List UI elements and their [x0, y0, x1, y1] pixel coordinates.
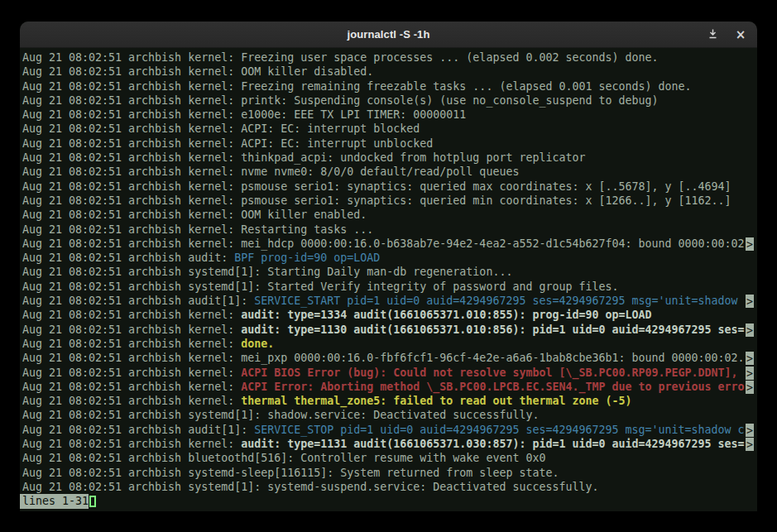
truncation-marker: >: [746, 367, 754, 380]
terminal-cursor: [89, 496, 96, 507]
log-line: Aug 21 08:02:51 archbish kernel: mei_hdc…: [22, 237, 754, 251]
log-line: Aug 21 08:02:51 archbish systemd[1]: sys…: [22, 480, 754, 494]
pager-status: lines 1-31: [20, 494, 89, 508]
log-line: Aug 21 08:02:51 archbish kernel: audit: …: [22, 437, 754, 451]
log-line: Aug 21 08:02:51 archbish kernel: OOM kil…: [22, 65, 754, 79]
log-line: Aug 21 08:02:51 archbish kernel: nvme nv…: [22, 165, 754, 179]
terminal-window: journalctl -S -1h × Aug 21 08:02:51 arch…: [20, 22, 757, 511]
log-line: Aug 21 08:02:51 archbish kernel: OOM kil…: [22, 208, 754, 222]
log-line: Aug 21 08:02:51 archbish kernel: ACPI: E…: [22, 137, 754, 151]
log-line: Aug 21 08:02:51 archbish bluetoothd[516]…: [22, 451, 754, 465]
log-line: Aug 21 08:02:51 archbish kernel: printk:…: [22, 93, 754, 108]
truncation-marker: >: [746, 295, 754, 308]
log-line: Aug 21 08:02:51 archbish systemd[1]: Sta…: [22, 280, 754, 294]
log-line: Aug 21 08:02:51 archbish systemd-sleep[1…: [22, 466, 754, 480]
log-line: Aug 21 08:02:51 archbish kernel: e1000e:…: [22, 108, 754, 122]
log-line: Aug 21 08:02:51 archbish audit[1]: SERVI…: [22, 423, 754, 437]
titlebar[interactable]: journalctl -S -1h ×: [20, 22, 757, 48]
log-line: Aug 21 08:02:51 archbish kernel: ACPI BI…: [22, 366, 754, 380]
log-line: Aug 21 08:02:51 archbish kernel: psmouse…: [22, 194, 754, 208]
log-line: Aug 21 08:02:51 archbish kernel: mei_pxp…: [22, 351, 754, 365]
log-line: Aug 21 08:02:51 archbish kernel: ACPI Er…: [22, 380, 754, 394]
terminal-screen[interactable]: Aug 21 08:02:51 archbish kernel: Freezin…: [20, 48, 757, 511]
pager-status-line: lines 1-31: [22, 494, 754, 508]
log-line: Aug 21 08:02:51 archbish kernel: Freezin…: [22, 50, 754, 65]
log-line: Aug 21 08:02:51 archbish kernel: Restart…: [22, 223, 754, 237]
log-line: Aug 21 08:02:51 archbish kernel: audit: …: [22, 323, 754, 337]
log-line: Aug 21 08:02:51 archbish systemd[1]: sha…: [22, 408, 754, 422]
close-button[interactable]: ×: [731, 25, 751, 45]
log-line: Aug 21 08:02:51 archbish kernel: audit: …: [22, 308, 754, 322]
close-icon: ×: [736, 29, 746, 41]
log-line: Aug 21 08:02:51 archbish systemd[1]: Sta…: [22, 265, 754, 279]
log-line: Aug 21 08:02:51 archbish audit: BPF prog…: [22, 251, 754, 265]
log-line: Aug 21 08:02:51 archbish kernel: psmouse…: [22, 180, 754, 194]
log-line: Aug 21 08:02:51 archbish kernel: Freezin…: [22, 79, 754, 93]
window-title: journalctl -S -1h: [348, 28, 430, 41]
truncation-marker: >: [746, 424, 754, 437]
download-icon: [707, 28, 718, 41]
log-line: Aug 21 08:02:51 archbish audit[1]: SERVI…: [22, 294, 754, 308]
truncation-marker: >: [746, 324, 754, 337]
truncation-marker: >: [746, 352, 754, 365]
terminal-lines: Aug 21 08:02:51 archbish kernel: Freezin…: [22, 50, 754, 494]
download-button[interactable]: [703, 25, 722, 45]
truncation-marker: >: [746, 381, 754, 394]
log-line: Aug 21 08:02:51 archbish kernel: ACPI: E…: [22, 122, 754, 136]
log-line: Aug 21 08:02:51 archbish kernel: thinkpa…: [22, 151, 754, 165]
log-line: Aug 21 08:02:51 archbish kernel: thermal…: [22, 394, 754, 408]
truncation-marker: >: [746, 438, 754, 451]
log-line: Aug 21 08:02:51 archbish kernel: done.: [22, 337, 754, 351]
truncation-marker: >: [746, 237, 754, 251]
